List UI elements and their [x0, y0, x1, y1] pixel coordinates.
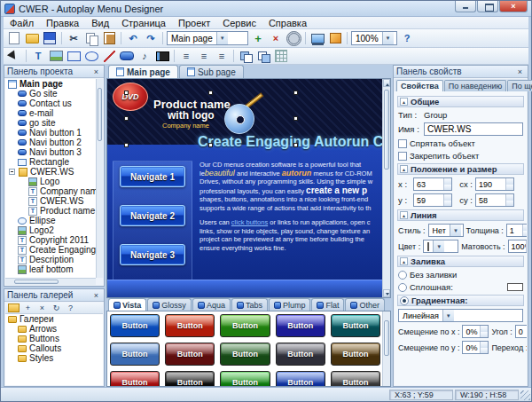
tree-item[interactable]: TProduct name — [5, 206, 96, 216]
collapse-icon[interactable]: ▴ — [400, 98, 408, 106]
tree-item[interactable]: e-mail — [5, 108, 96, 118]
spin-down-icon[interactable] — [444, 201, 451, 207]
spin-down-icon[interactable] — [444, 185, 451, 191]
tree-item[interactable]: TDescription — [5, 255, 96, 264]
offset-x-stepper[interactable]: 0% — [462, 325, 489, 338]
gallery-button[interactable]: Button — [331, 314, 380, 337]
align-right-icon[interactable]: ≡ — [214, 49, 230, 64]
gallery-button[interactable]: Button — [276, 371, 325, 386]
gallery-button[interactable]: Button — [110, 314, 160, 337]
close-button[interactable]: × — [499, 1, 528, 12]
collapse-icon[interactable]: ▴ — [400, 165, 408, 173]
headline-text[interactable]: Create Engaging Autorun C — [198, 134, 382, 150]
gallery-button[interactable]: Button — [276, 343, 325, 366]
spin-down-icon[interactable] — [481, 332, 488, 338]
select-tool-icon[interactable] — [6, 49, 22, 64]
scrollbar-thumb[interactable] — [384, 90, 389, 169]
tab-flat[interactable]: Flat — [311, 298, 344, 311]
maximize-button[interactable] — [477, 1, 498, 12]
tree-item-root[interactable]: Галереи — [5, 314, 103, 324]
refresh-gallery-icon[interactable]: ↻ — [51, 303, 62, 313]
spin-down-icon[interactable] — [506, 201, 513, 207]
align-left-icon[interactable]: ≡ — [178, 49, 194, 64]
send-to-back-icon[interactable] — [255, 49, 271, 64]
gallery-button[interactable]: Button — [110, 343, 160, 366]
tree-item[interactable]: Navi button 2 — [5, 138, 96, 147]
tree-item[interactable]: Arrows — [5, 324, 103, 334]
gallery-button[interactable]: Button — [220, 343, 270, 366]
collapse-expander-icon[interactable] — [9, 169, 15, 175]
open-project-icon[interactable] — [24, 31, 40, 46]
scroll-up-icon[interactable] — [383, 79, 390, 87]
menu-project[interactable]: Проект — [172, 17, 216, 29]
lock-object-checkbox[interactable] — [398, 152, 407, 161]
offset-y-stepper[interactable]: 0% — [462, 341, 489, 354]
tree-item[interactable]: go site — [5, 118, 96, 128]
line-style-select[interactable]: Нет▼ — [428, 224, 464, 237]
scrollbar-thumb[interactable] — [98, 88, 102, 141]
tree-item[interactable]: Main page — [5, 79, 96, 89]
product-name-group[interactable]: Product name with logo Company name — [153, 99, 231, 130]
gallery-panel-close-icon[interactable]: × — [91, 290, 101, 300]
navigate-button-1[interactable]: Navigate 1 — [120, 166, 185, 187]
gallery-button[interactable]: Button — [220, 314, 270, 337]
rectangle-tool-icon[interactable] — [66, 49, 82, 64]
minimize-button[interactable] — [455, 1, 476, 12]
tab-main-page[interactable]: Main page — [108, 65, 178, 78]
scrollbar-thumb[interactable] — [14, 280, 59, 284]
gallery-button[interactable]: Button — [331, 371, 380, 386]
tree-item[interactable]: Styles — [5, 353, 103, 363]
menu-service[interactable]: Сервис — [216, 17, 262, 29]
sound-tool-icon[interactable]: ♪ — [137, 49, 153, 64]
remove-gallery-item-icon[interactable]: × — [36, 303, 48, 313]
tab-glossy[interactable]: Glossy — [147, 298, 192, 311]
tree-item[interactable]: Logo2 — [5, 225, 96, 235]
tree-item[interactable]: Rectangle — [5, 157, 96, 167]
grid-toggle-icon[interactable] — [273, 49, 289, 64]
canvas-viewport[interactable]: DVD Product name with logo Company name … — [106, 78, 391, 298]
tab-tabs[interactable]: Tabs — [231, 298, 268, 311]
tab-plump[interactable]: Plump — [269, 298, 311, 311]
tab-vista[interactable]: Vista — [108, 298, 146, 311]
new-gallery-icon[interactable] — [8, 303, 20, 313]
cut-icon[interactable]: ✂ — [66, 31, 82, 46]
cy-stepper[interactable]: 58 — [475, 193, 514, 207]
gallery-button[interactable]: Button — [165, 371, 215, 386]
hide-object-checkbox[interactable] — [398, 139, 407, 148]
save-icon[interactable] — [42, 31, 58, 46]
tree-item[interactable]: Ellipse — [5, 216, 96, 225]
redo-icon[interactable]: ↷ — [143, 31, 159, 46]
project-tree-scrollbar[interactable] — [96, 79, 103, 278]
design-page[interactable]: DVD Product name with logo Company name … — [107, 79, 382, 297]
spin-down-icon[interactable] — [523, 231, 527, 237]
resize-grip[interactable] — [520, 390, 530, 400]
tree-item[interactable]: Navi button 1 — [5, 128, 96, 138]
tab-on-click[interactable]: По щелчку — [507, 80, 532, 91]
copy-icon[interactable] — [83, 31, 99, 46]
x-stepper[interactable]: 63 — [413, 177, 452, 191]
canvas-vertical-scrollbar[interactable] — [382, 79, 390, 297]
scrollbar-thumb[interactable] — [384, 320, 389, 356]
build-project-icon[interactable] — [327, 31, 343, 46]
add-page-icon[interactable]: + — [250, 31, 266, 46]
tree-item[interactable]: Buttons — [5, 334, 103, 343]
page-settings-icon[interactable] — [286, 31, 301, 46]
tree-item[interactable]: leaf bottom — [5, 264, 96, 274]
tree-item[interactable]: TCWER.WS — [5, 196, 96, 206]
gallery-button[interactable]: Button — [276, 314, 325, 337]
video-tool-icon[interactable] — [154, 49, 170, 64]
tab-sub-page[interactable]: Sub page — [179, 65, 244, 78]
menu-edit[interactable]: Правка — [40, 17, 85, 29]
tree-item[interactable]: Contact us — [5, 99, 96, 108]
delete-page-icon[interactable]: × — [268, 31, 284, 46]
line-width-stepper[interactable]: 1 — [506, 224, 527, 237]
gallery-button[interactable]: Button — [110, 371, 160, 386]
paste-icon[interactable] — [101, 31, 117, 46]
gallery-button[interactable]: Button — [331, 343, 380, 366]
add-gallery-item-icon[interactable]: + — [22, 303, 34, 313]
spin-down-icon[interactable] — [506, 185, 513, 191]
undo-icon[interactable]: ↶ — [125, 31, 141, 46]
fill-solid-radio[interactable] — [398, 283, 407, 292]
project-tree-hscrollbar[interactable] — [5, 278, 96, 285]
tab-properties[interactable]: Свойства — [396, 80, 443, 91]
